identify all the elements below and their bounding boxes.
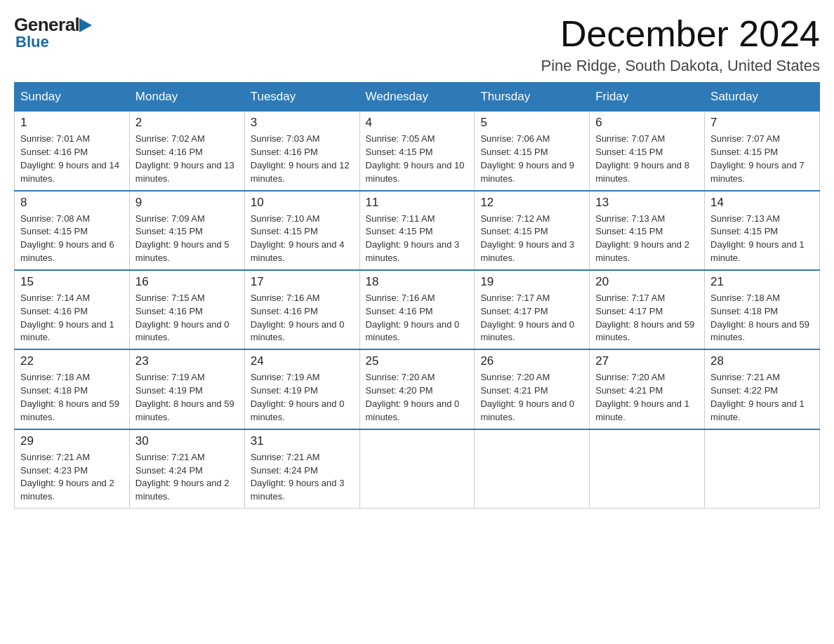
day-detail: Sunrise: 7:13 AMSunset: 4:15 PMDaylight:… [595, 213, 699, 265]
calendar-cell: 25Sunrise: 7:20 AMSunset: 4:20 PMDayligh… [359, 349, 475, 429]
day-number: 14 [710, 196, 814, 210]
day-number: 26 [480, 354, 583, 368]
calendar-cell: 30Sunrise: 7:21 AMSunset: 4:24 PMDayligh… [129, 429, 244, 509]
day-detail: Sunrise: 7:21 AMSunset: 4:24 PMDaylight:… [251, 451, 354, 504]
title-area: December 2024 Pine Ridge, South Dakota, … [541, 14, 820, 75]
calendar-cell: 29Sunrise: 7:21 AMSunset: 4:23 PMDayligh… [15, 429, 130, 509]
calendar-header-row: Sunday Monday Tuesday Wednesday Thursday… [15, 83, 820, 112]
day-detail: Sunrise: 7:03 AMSunset: 4:16 PMDaylight:… [251, 133, 354, 185]
header-friday: Friday [590, 83, 705, 112]
day-number: 23 [135, 354, 239, 368]
calendar-cell: 4Sunrise: 7:05 AMSunset: 4:15 PMDaylight… [359, 112, 475, 191]
calendar-cell [590, 429, 705, 509]
calendar-cell: 11Sunrise: 7:11 AMSunset: 4:15 PMDayligh… [359, 191, 475, 270]
day-detail: Sunrise: 7:17 AMSunset: 4:17 PMDaylight:… [595, 292, 699, 344]
month-title: December 2024 [541, 14, 820, 54]
day-detail: Sunrise: 7:05 AMSunset: 4:15 PMDaylight:… [366, 133, 469, 185]
day-detail: Sunrise: 7:07 AMSunset: 4:15 PMDaylight:… [710, 133, 814, 185]
day-detail: Sunrise: 7:16 AMSunset: 4:16 PMDaylight:… [251, 292, 354, 344]
calendar-cell: 19Sunrise: 7:17 AMSunset: 4:17 PMDayligh… [475, 270, 590, 349]
day-number: 29 [20, 434, 124, 448]
day-detail: Sunrise: 7:17 AMSunset: 4:17 PMDaylight:… [480, 292, 583, 344]
day-detail: Sunrise: 7:14 AMSunset: 4:16 PMDaylight:… [20, 292, 124, 344]
day-detail: Sunrise: 7:08 AMSunset: 4:15 PMDaylight:… [20, 213, 124, 265]
calendar-cell: 3Sunrise: 7:03 AMSunset: 4:16 PMDaylight… [244, 112, 359, 191]
header-saturday: Saturday [705, 83, 820, 112]
calendar-cell: 1Sunrise: 7:01 AMSunset: 4:16 PMDaylight… [15, 112, 130, 191]
day-number: 27 [595, 354, 699, 368]
calendar-week-2: 8Sunrise: 7:08 AMSunset: 4:15 PMDaylight… [15, 191, 820, 270]
day-detail: Sunrise: 7:15 AMSunset: 4:16 PMDaylight:… [135, 292, 239, 344]
calendar-cell: 5Sunrise: 7:06 AMSunset: 4:15 PMDaylight… [475, 112, 590, 191]
day-detail: Sunrise: 7:19 AMSunset: 4:19 PMDaylight:… [251, 371, 354, 424]
day-detail: Sunrise: 7:01 AMSunset: 4:16 PMDaylight:… [20, 133, 124, 185]
day-detail: Sunrise: 7:21 AMSunset: 4:24 PMDaylight:… [135, 451, 239, 504]
day-detail: Sunrise: 7:19 AMSunset: 4:19 PMDaylight:… [135, 371, 239, 424]
day-number: 11 [366, 196, 469, 210]
calendar-week-1: 1Sunrise: 7:01 AMSunset: 4:16 PMDaylight… [15, 112, 820, 191]
day-detail: Sunrise: 7:11 AMSunset: 4:15 PMDaylight:… [366, 213, 469, 265]
calendar-cell: 8Sunrise: 7:08 AMSunset: 4:15 PMDaylight… [15, 191, 130, 270]
day-number: 25 [366, 354, 469, 368]
day-detail: Sunrise: 7:09 AMSunset: 4:15 PMDaylight:… [135, 213, 239, 265]
calendar-cell: 24Sunrise: 7:19 AMSunset: 4:19 PMDayligh… [244, 349, 359, 429]
day-number: 9 [135, 196, 239, 210]
calendar-week-3: 15Sunrise: 7:14 AMSunset: 4:16 PMDayligh… [15, 270, 820, 349]
header-sunday: Sunday [15, 83, 130, 112]
day-number: 28 [710, 354, 814, 368]
calendar-cell: 18Sunrise: 7:16 AMSunset: 4:16 PMDayligh… [359, 270, 475, 349]
calendar-cell: 20Sunrise: 7:17 AMSunset: 4:17 PMDayligh… [590, 270, 705, 349]
day-number: 20 [595, 275, 699, 289]
calendar-cell: 13Sunrise: 7:13 AMSunset: 4:15 PMDayligh… [590, 191, 705, 270]
calendar-cell: 2Sunrise: 7:02 AMSunset: 4:16 PMDaylight… [129, 112, 244, 191]
calendar-week-4: 22Sunrise: 7:18 AMSunset: 4:18 PMDayligh… [15, 349, 820, 429]
calendar-cell: 14Sunrise: 7:13 AMSunset: 4:15 PMDayligh… [705, 191, 820, 270]
logo-blue-part [79, 18, 92, 32]
day-detail: Sunrise: 7:06 AMSunset: 4:15 PMDaylight:… [480, 133, 583, 185]
day-number: 3 [251, 116, 354, 130]
logo-blue-label: Blue [15, 33, 49, 51]
day-number: 10 [251, 196, 354, 210]
day-detail: Sunrise: 7:16 AMSunset: 4:16 PMDaylight:… [366, 292, 469, 344]
day-detail: Sunrise: 7:13 AMSunset: 4:15 PMDaylight:… [710, 213, 814, 265]
day-number: 21 [710, 275, 814, 289]
header-monday: Monday [129, 83, 244, 112]
calendar-cell: 7Sunrise: 7:07 AMSunset: 4:15 PMDaylight… [705, 112, 820, 191]
calendar-cell: 26Sunrise: 7:20 AMSunset: 4:21 PMDayligh… [475, 349, 590, 429]
day-number: 19 [480, 275, 583, 289]
day-detail: Sunrise: 7:21 AMSunset: 4:22 PMDaylight:… [710, 371, 814, 424]
calendar-cell: 9Sunrise: 7:09 AMSunset: 4:15 PMDaylight… [129, 191, 244, 270]
day-number: 15 [20, 275, 124, 289]
calendar-cell: 28Sunrise: 7:21 AMSunset: 4:22 PMDayligh… [705, 349, 820, 429]
day-number: 7 [710, 116, 814, 130]
day-number: 1 [20, 116, 124, 130]
day-number: 31 [251, 434, 354, 448]
calendar-cell: 16Sunrise: 7:15 AMSunset: 4:16 PMDayligh… [129, 270, 244, 349]
calendar-cell: 10Sunrise: 7:10 AMSunset: 4:15 PMDayligh… [244, 191, 359, 270]
calendar-cell: 12Sunrise: 7:12 AMSunset: 4:15 PMDayligh… [475, 191, 590, 270]
logo: General Blue [14, 14, 92, 51]
day-detail: Sunrise: 7:20 AMSunset: 4:21 PMDaylight:… [480, 371, 583, 424]
day-detail: Sunrise: 7:20 AMSunset: 4:21 PMDaylight:… [595, 371, 699, 424]
day-detail: Sunrise: 7:18 AMSunset: 4:18 PMDaylight:… [20, 371, 124, 424]
header-thursday: Thursday [475, 83, 590, 112]
day-number: 12 [480, 196, 583, 210]
svg-marker-0 [79, 18, 92, 32]
calendar-week-5: 29Sunrise: 7:21 AMSunset: 4:23 PMDayligh… [15, 429, 820, 509]
header-tuesday: Tuesday [244, 83, 359, 112]
day-detail: Sunrise: 7:18 AMSunset: 4:18 PMDaylight:… [710, 292, 814, 344]
day-number: 6 [595, 116, 699, 130]
calendar: Sunday Monday Tuesday Wednesday Thursday… [14, 82, 820, 509]
day-number: 4 [366, 116, 469, 130]
location-title: Pine Ridge, South Dakota, United States [541, 57, 820, 75]
calendar-cell [359, 429, 475, 509]
calendar-cell: 23Sunrise: 7:19 AMSunset: 4:19 PMDayligh… [129, 349, 244, 429]
day-detail: Sunrise: 7:20 AMSunset: 4:20 PMDaylight:… [366, 371, 469, 424]
calendar-cell: 21Sunrise: 7:18 AMSunset: 4:18 PMDayligh… [705, 270, 820, 349]
day-number: 16 [135, 275, 239, 289]
day-number: 5 [480, 116, 583, 130]
day-detail: Sunrise: 7:10 AMSunset: 4:15 PMDaylight:… [251, 213, 354, 265]
day-number: 18 [366, 275, 469, 289]
day-number: 8 [20, 196, 124, 210]
day-detail: Sunrise: 7:21 AMSunset: 4:23 PMDaylight:… [20, 451, 124, 504]
